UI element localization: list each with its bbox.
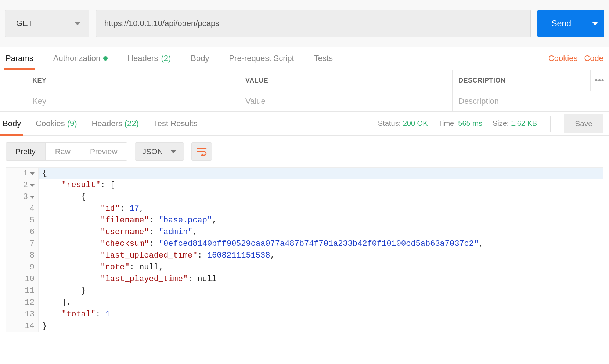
resp-tab-body[interactable]: Body — [1, 112, 22, 135]
format-label: JSON — [143, 147, 163, 156]
send-options-button[interactable] — [585, 10, 604, 37]
resp-headers-count: (22) — [125, 119, 139, 128]
view-preview[interactable]: Preview — [80, 143, 127, 160]
tab-prerequest[interactable]: Pre-request Script — [229, 47, 294, 70]
code-line: 9 "note": null, — [6, 262, 603, 273]
url-input[interactable]: https://10.0.1.10/api/open/pcaps — [96, 10, 531, 37]
resp-cookies-count: (9) — [67, 119, 77, 128]
tab-tests-label: Tests — [314, 54, 333, 63]
request-links: Cookies Code — [548, 54, 603, 63]
line-number: 8 — [6, 250, 39, 262]
format-select[interactable]: JSON — [135, 142, 184, 161]
resp-tab-test-results-label: Test Results — [154, 119, 198, 128]
params-more-header[interactable]: ••• — [590, 70, 609, 91]
fold-icon[interactable] — [30, 184, 35, 187]
line-number: 2 — [6, 179, 39, 191]
code-link[interactable]: Code — [584, 54, 603, 63]
params-value-header: VALUE — [239, 70, 452, 91]
code-line: 4 "id": 17, — [6, 203, 603, 215]
params-table-row: Key Value Description — [0, 91, 609, 111]
response-bar: Body Cookies (9) Headers (22) Test Resul… — [0, 112, 609, 136]
resp-tab-cookies[interactable]: Cookies (9) — [34, 112, 78, 135]
status-label: Status: — [378, 119, 401, 127]
request-tabs: Params Authorization Headers (2) Body Pr… — [6, 47, 333, 70]
request-bar: GET https://10.0.1.10/api/open/pcaps Sen… — [0, 0, 609, 47]
tab-params[interactable]: Params — [6, 47, 33, 70]
code-line: 11 } — [6, 285, 603, 297]
line-number: 9 — [6, 262, 39, 273]
code-line: 6 "username": "admin", — [6, 226, 603, 238]
http-method-select[interactable]: GET — [5, 10, 89, 37]
view-mode-segment: Pretty Raw Preview — [6, 142, 127, 161]
response-tabs: Body Cookies (9) Headers (22) Test Resul… — [1, 112, 199, 135]
size-value: 1.62 KB — [511, 119, 537, 127]
fold-icon[interactable] — [30, 196, 35, 199]
view-pretty[interactable]: Pretty — [6, 143, 46, 160]
code-line: 10 "last_played_time": null — [6, 273, 603, 285]
more-icon: ••• — [595, 76, 604, 85]
fold-icon[interactable] — [30, 172, 35, 175]
resp-tab-cookies-label: Cookies — [36, 119, 65, 128]
response-meta: Status: 200 OK Time: 565 ms Size: 1.62 K… — [378, 114, 603, 133]
params-checkbox-header — [0, 70, 26, 91]
code-line: 12 ], — [6, 297, 603, 309]
tab-body-label: Body — [191, 54, 209, 63]
code-line: 1 { — [6, 168, 603, 179]
params-key-input[interactable]: Key — [26, 91, 239, 111]
line-number: 12 — [6, 297, 39, 309]
chevron-down-icon — [74, 22, 81, 25]
params-row-end — [590, 91, 609, 111]
line-number: 11 — [6, 285, 39, 297]
code-line: 13 "total": 1 — [6, 309, 603, 320]
tab-authorization[interactable]: Authorization — [53, 47, 108, 70]
tab-prerequest-label: Pre-request Script — [229, 54, 294, 63]
line-number: 10 — [6, 273, 39, 285]
line-number: 13 — [6, 309, 39, 320]
params-value-input[interactable]: Value — [239, 91, 452, 111]
time-label: Time: — [438, 119, 456, 127]
code-line: 5 "filename": "base.pcap", — [6, 215, 603, 226]
line-number: 4 — [6, 203, 39, 215]
size-label: Size: — [493, 119, 509, 127]
wrap-lines-button[interactable] — [191, 142, 212, 161]
tab-authorization-label: Authorization — [53, 54, 100, 63]
request-tabs-row: Params Authorization Headers (2) Body Pr… — [0, 47, 609, 70]
params-row-checkbox[interactable] — [0, 91, 26, 111]
size-block: Size: 1.62 KB — [493, 119, 537, 128]
line-number: 5 — [6, 215, 39, 226]
chevron-down-icon — [170, 150, 176, 153]
params-desc-header: DESCRIPTION — [452, 70, 590, 91]
line-number: 7 — [6, 238, 39, 250]
line-number: 14 — [6, 320, 39, 332]
status-block: Status: 200 OK — [378, 119, 428, 128]
params-table-header: KEY VALUE DESCRIPTION ••• — [0, 70, 609, 91]
params-key-header: KEY — [26, 70, 239, 91]
tab-headers-label: Headers — [127, 54, 158, 63]
params-desc-input[interactable]: Description — [452, 91, 590, 111]
line-number: 1 — [6, 168, 39, 179]
divider — [550, 116, 551, 132]
resp-tab-headers[interactable]: Headers (22) — [90, 112, 140, 135]
tab-body[interactable]: Body — [191, 47, 209, 70]
save-button[interactable]: Save — [564, 114, 603, 133]
tab-tests[interactable]: Tests — [314, 47, 333, 70]
tab-headers[interactable]: Headers (2) — [127, 47, 171, 70]
code-line: 7 "checksum": "0efced8140bff90529caa077a… — [6, 238, 603, 250]
send-button[interactable]: Send — [537, 10, 585, 37]
http-method-label: GET — [16, 19, 33, 28]
code-line: 2 "result": [ — [6, 179, 603, 191]
view-raw[interactable]: Raw — [46, 143, 80, 160]
time-value: 565 ms — [458, 119, 482, 127]
response-body-viewer[interactable]: 1 { 2 "result": [ 3 { 4 "id": 17, 5 "fil… — [6, 167, 603, 332]
body-toolbar: Pretty Raw Preview JSON — [0, 136, 609, 167]
time-block: Time: 565 ms — [438, 119, 482, 128]
resp-tab-test-results[interactable]: Test Results — [152, 112, 199, 135]
headers-count: (2) — [161, 54, 171, 63]
line-number: 6 — [6, 226, 39, 238]
send-button-group: Send — [537, 10, 604, 37]
cookies-link[interactable]: Cookies — [548, 54, 577, 63]
params-table: KEY VALUE DESCRIPTION ••• Key Value Desc… — [0, 70, 609, 112]
chevron-down-icon — [592, 22, 598, 25]
line-number: 3 — [6, 191, 39, 203]
code-line: 3 { — [6, 191, 603, 203]
